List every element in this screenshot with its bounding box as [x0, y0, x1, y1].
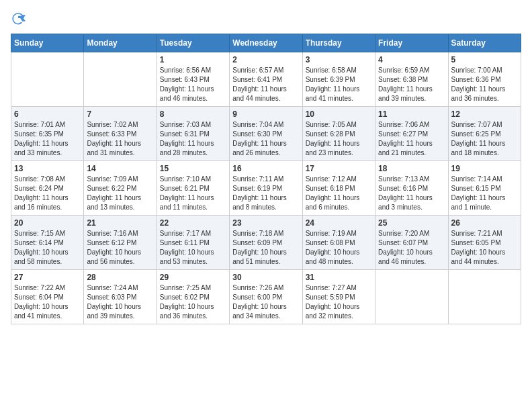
day-info: Sunrise: 7:26 AM Sunset: 6:00 PM Dayligh… — [232, 283, 299, 321]
day-number: 25 — [378, 218, 445, 228]
day-info: Sunrise: 7:13 AM Sunset: 6:16 PM Dayligh… — [378, 175, 445, 212]
day-number: 8 — [160, 109, 226, 119]
calendar-cell: 14Sunrise: 7:09 AM Sunset: 6:22 PM Dayli… — [84, 161, 157, 216]
weekday-header: Wednesday — [230, 34, 302, 52]
calendar-cell: 3Sunrise: 6:58 AM Sunset: 6:39 PM Daylig… — [302, 52, 375, 107]
day-info: Sunrise: 7:22 AM Sunset: 6:04 PM Dayligh… — [14, 283, 81, 321]
day-info: Sunrise: 7:20 AM Sunset: 6:07 PM Dayligh… — [378, 229, 445, 267]
calendar-week-row: 13Sunrise: 7:08 AM Sunset: 6:24 PM Dayli… — [11, 161, 521, 216]
calendar-cell: 1Sunrise: 6:56 AM Sunset: 6:43 PM Daylig… — [157, 52, 229, 107]
page-header — [11, 11, 521, 26]
day-info: Sunrise: 7:27 AM Sunset: 5:59 PM Dayligh… — [306, 283, 372, 321]
calendar-cell: 24Sunrise: 7:19 AM Sunset: 6:08 PM Dayli… — [302, 216, 375, 270]
calendar-cell: 8Sunrise: 7:03 AM Sunset: 6:31 PM Daylig… — [157, 107, 229, 161]
day-number: 19 — [451, 164, 518, 173]
day-info: Sunrise: 6:58 AM Sunset: 6:39 PM Dayligh… — [306, 66, 372, 103]
calendar-cell: 31Sunrise: 7:27 AM Sunset: 5:59 PM Dayli… — [302, 270, 375, 324]
calendar-cell: 9Sunrise: 7:04 AM Sunset: 6:30 PM Daylig… — [230, 107, 302, 161]
day-info: Sunrise: 7:08 AM Sunset: 6:24 PM Dayligh… — [14, 175, 81, 212]
calendar-cell: 20Sunrise: 7:15 AM Sunset: 6:14 PM Dayli… — [11, 216, 84, 270]
calendar-week-row: 1Sunrise: 6:56 AM Sunset: 6:43 PM Daylig… — [11, 52, 521, 107]
calendar-cell: 30Sunrise: 7:26 AM Sunset: 6:00 PM Dayli… — [230, 270, 302, 324]
day-number: 12 — [451, 109, 518, 119]
day-number: 27 — [14, 273, 81, 282]
calendar-cell: 4Sunrise: 6:59 AM Sunset: 6:38 PM Daylig… — [375, 52, 448, 107]
calendar-table: SundayMondayTuesdayWednesdayThursdayFrid… — [11, 34, 521, 324]
calendar-cell: 5Sunrise: 7:00 AM Sunset: 6:36 PM Daylig… — [448, 52, 521, 107]
calendar-cell — [84, 52, 157, 107]
calendar-cell: 11Sunrise: 7:06 AM Sunset: 6:27 PM Dayli… — [375, 107, 448, 161]
day-info: Sunrise: 7:02 AM Sunset: 6:33 PM Dayligh… — [87, 120, 153, 158]
weekday-header-row: SundayMondayTuesdayWednesdayThursdayFrid… — [11, 34, 521, 52]
calendar-cell: 12Sunrise: 7:07 AM Sunset: 6:25 PM Dayli… — [448, 107, 521, 161]
calendar-cell: 7Sunrise: 7:02 AM Sunset: 6:33 PM Daylig… — [84, 107, 157, 161]
day-number: 24 — [306, 218, 372, 228]
calendar-cell: 13Sunrise: 7:08 AM Sunset: 6:24 PM Dayli… — [11, 161, 84, 216]
day-info: Sunrise: 6:59 AM Sunset: 6:38 PM Dayligh… — [378, 66, 445, 103]
calendar-cell: 22Sunrise: 7:17 AM Sunset: 6:11 PM Dayli… — [157, 216, 229, 270]
calendar-cell: 19Sunrise: 7:14 AM Sunset: 6:15 PM Dayli… — [448, 161, 521, 216]
day-number: 7 — [87, 109, 153, 119]
day-info: Sunrise: 7:07 AM Sunset: 6:25 PM Dayligh… — [451, 120, 518, 158]
calendar-cell — [375, 270, 448, 324]
day-number: 18 — [378, 164, 445, 173]
weekday-header: Saturday — [448, 34, 521, 52]
weekday-header: Monday — [84, 34, 157, 52]
day-number: 4 — [378, 55, 445, 64]
day-info: Sunrise: 7:09 AM Sunset: 6:22 PM Dayligh… — [87, 175, 153, 212]
day-number: 17 — [306, 164, 372, 173]
day-info: Sunrise: 7:24 AM Sunset: 6:03 PM Dayligh… — [87, 283, 153, 321]
logo — [11, 11, 28, 26]
weekday-header: Friday — [375, 34, 448, 52]
day-number: 10 — [306, 109, 372, 119]
day-number: 1 — [160, 55, 226, 64]
day-number: 6 — [14, 109, 81, 119]
day-info: Sunrise: 7:05 AM Sunset: 6:28 PM Dayligh… — [306, 120, 372, 158]
calendar-cell: 29Sunrise: 7:25 AM Sunset: 6:02 PM Dayli… — [157, 270, 229, 324]
day-info: Sunrise: 7:14 AM Sunset: 6:15 PM Dayligh… — [451, 175, 518, 212]
calendar-cell: 21Sunrise: 7:16 AM Sunset: 6:12 PM Dayli… — [84, 216, 157, 270]
calendar-cell: 17Sunrise: 7:12 AM Sunset: 6:18 PM Dayli… — [302, 161, 375, 216]
day-number: 21 — [87, 218, 153, 228]
day-info: Sunrise: 7:03 AM Sunset: 6:31 PM Dayligh… — [160, 120, 226, 158]
day-number: 2 — [232, 55, 299, 64]
day-info: Sunrise: 7:10 AM Sunset: 6:21 PM Dayligh… — [160, 175, 226, 212]
day-number: 20 — [14, 218, 81, 228]
day-info: Sunrise: 7:06 AM Sunset: 6:27 PM Dayligh… — [378, 120, 445, 158]
day-info: Sunrise: 7:21 AM Sunset: 6:05 PM Dayligh… — [451, 229, 518, 267]
calendar-week-row: 6Sunrise: 7:01 AM Sunset: 6:35 PM Daylig… — [11, 107, 521, 161]
day-number: 9 — [232, 109, 299, 119]
calendar-cell: 6Sunrise: 7:01 AM Sunset: 6:35 PM Daylig… — [11, 107, 84, 161]
day-info: Sunrise: 6:56 AM Sunset: 6:43 PM Dayligh… — [160, 66, 226, 103]
day-number: 22 — [160, 218, 226, 228]
calendar-cell: 15Sunrise: 7:10 AM Sunset: 6:21 PM Dayli… — [157, 161, 229, 216]
day-info: Sunrise: 7:25 AM Sunset: 6:02 PM Dayligh… — [160, 283, 226, 321]
day-number: 30 — [232, 273, 299, 282]
calendar-cell: 16Sunrise: 7:11 AM Sunset: 6:19 PM Dayli… — [230, 161, 302, 216]
day-number: 28 — [87, 273, 153, 282]
calendar-cell: 27Sunrise: 7:22 AM Sunset: 6:04 PM Dayli… — [11, 270, 84, 324]
day-number: 13 — [14, 164, 81, 173]
day-info: Sunrise: 7:18 AM Sunset: 6:09 PM Dayligh… — [232, 229, 299, 267]
day-number: 15 — [160, 164, 226, 173]
calendar-week-row: 27Sunrise: 7:22 AM Sunset: 6:04 PM Dayli… — [11, 270, 521, 324]
calendar-cell — [448, 270, 521, 324]
calendar-week-row: 20Sunrise: 7:15 AM Sunset: 6:14 PM Dayli… — [11, 216, 521, 270]
day-info: Sunrise: 7:01 AM Sunset: 6:35 PM Dayligh… — [14, 120, 81, 158]
day-number: 14 — [87, 164, 153, 173]
day-info: Sunrise: 7:19 AM Sunset: 6:08 PM Dayligh… — [306, 229, 372, 267]
day-number: 5 — [451, 55, 518, 64]
logo-icon — [11, 11, 26, 26]
day-info: Sunrise: 7:17 AM Sunset: 6:11 PM Dayligh… — [160, 229, 226, 267]
svg-marker-0 — [20, 15, 26, 21]
weekday-header: Tuesday — [157, 34, 229, 52]
day-number: 26 — [451, 218, 518, 228]
day-info: Sunrise: 7:00 AM Sunset: 6:36 PM Dayligh… — [451, 66, 518, 103]
day-number: 16 — [232, 164, 299, 173]
day-number: 3 — [306, 55, 372, 64]
calendar-cell: 25Sunrise: 7:20 AM Sunset: 6:07 PM Dayli… — [375, 216, 448, 270]
weekday-header: Sunday — [11, 34, 84, 52]
calendar-cell — [11, 52, 84, 107]
day-number: 23 — [232, 218, 299, 228]
day-number: 31 — [306, 273, 372, 282]
